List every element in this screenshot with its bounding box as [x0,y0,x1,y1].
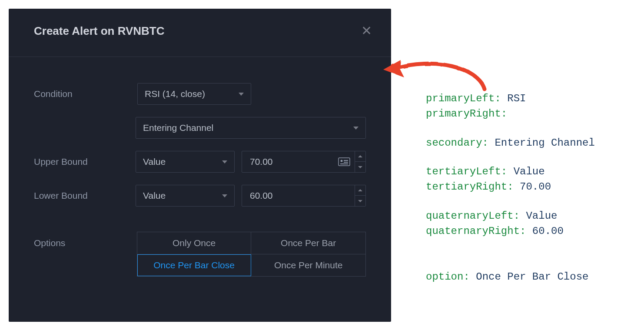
condition-primary-dropdown[interactable]: RSI (14, close) [137,83,251,105]
annotation-primary-right: primaryRight: [426,107,595,122]
annotation-tertiary-right: tertiaryRight: 70.00 [426,180,595,195]
dialog-header: Create Alert on RVNBTC ✕ [9,9,391,57]
upper-bound-increment[interactable] [355,151,365,162]
condition-secondary-row: Entering Channel [34,117,366,139]
annotation-key: tertiaryRight: [426,181,514,193]
annotation-primary-group: primaryLeft: RSI primaryRight: [426,91,595,122]
upper-bound-label: Upper Bound [34,157,136,167]
chevron-down-icon [239,93,244,96]
dialog-body: Condition RSI (14, close) Entering Chann… [9,57,391,302]
condition-secondary-value: Entering Channel [143,123,213,133]
lower-bound-decrement[interactable] [355,196,365,206]
svg-rect-2 [344,160,348,161]
option-once-per-bar[interactable]: Once Per Bar [251,232,365,254]
annotation-option-group: option: Once Per Bar Close [426,270,595,285]
upper-bound-type-dropdown[interactable]: Value [136,151,235,173]
chevron-down-icon [353,127,359,130]
svg-rect-4 [340,164,348,164]
annotation-key: primaryRight: [426,108,507,120]
annotation-tertiary-left: tertiaryLeft: Value [426,164,595,180]
svg-rect-3 [344,162,348,163]
annotation-tertiary-group: tertiaryLeft: Value tertiaryRight: 70.00 [426,164,595,195]
lower-bound-type-value: Value [143,190,166,201]
chevron-down-icon [358,166,362,168]
close-button[interactable]: ✕ [359,23,374,39]
annotation-value: Value [526,210,557,222]
lower-bound-row: Lower Bound Value 60.00 [34,185,366,207]
annotation-key: tertiaryLeft: [426,166,507,177]
annotation-key: quaternaryRight: [426,225,526,237]
annotation-secondary-group: secondary: Entering Channel [426,136,595,151]
upper-bound-value: 70.00 [250,152,273,171]
annotation-quaternary-right: quaternaryRight: 60.00 [426,224,595,239]
annotation-key: secondary: [426,137,488,149]
upper-bound-controls: Value 70.00 [136,151,366,173]
close-icon: ✕ [361,23,372,38]
lower-bound-increment[interactable] [355,185,365,196]
lower-bound-type-dropdown[interactable]: Value [136,185,235,207]
option-once-per-minute[interactable]: Once Per Minute [251,254,365,276]
create-alert-dialog: Create Alert on RVNBTC ✕ Condition RSI (… [9,9,391,322]
condition-secondary-dropdown[interactable]: Entering Channel [136,117,366,139]
upper-bound-value-input[interactable]: 70.00 [242,151,366,173]
options-row: Options Only Once Once Per Bar Once Per … [34,232,366,277]
upper-bound-row: Upper Bound Value 70.00 [34,151,366,173]
annotation-quaternary-group: quaternaryLeft: Value quaternaryRight: 6… [426,209,595,239]
lower-bound-right [355,185,365,206]
annotation-panel: primaryLeft: RSI primaryRight: secondary… [426,91,595,284]
annotation-quaternary-left: quaternaryLeft: Value [426,209,595,224]
option-once-per-bar-close[interactable]: Once Per Bar Close [137,254,252,276]
condition-controls: RSI (14, close) [137,83,366,105]
annotation-key: primaryLeft: [426,93,501,104]
condition-row: Condition RSI (14, close) [34,83,366,105]
upper-bound-type-value: Value [143,157,166,167]
chevron-up-icon [358,189,362,191]
annotation-key: option: [426,271,470,283]
condition-secondary-controls: Entering Channel [136,117,366,139]
options-label: Options [34,232,137,248]
lower-bound-controls: Value 60.00 [136,185,366,207]
lower-bound-spinner [355,185,365,206]
chevron-down-icon [222,160,227,164]
svg-point-1 [341,160,343,162]
lower-bound-label: Lower Bound [34,190,136,201]
annotation-key: quaternaryLeft: [426,210,520,222]
dialog-title: Create Alert on RVNBTC [34,24,165,38]
annotation-value: Entering Channel [495,137,594,149]
annotation-value: Value [514,166,545,177]
card-icon [338,157,350,166]
condition-label: Condition [34,89,137,99]
upper-bound-right [338,151,365,172]
options-grid: Only Once Once Per Bar Once Per Bar Clos… [137,232,366,277]
annotation-value: Once Per Bar Close [476,271,588,283]
lower-bound-value: 60.00 [250,186,273,205]
annotation-value: 70.00 [520,181,551,193]
condition-primary-value: RSI (14, close) [145,89,205,99]
chevron-down-icon [358,200,362,202]
annotation-arrow-icon [378,48,491,96]
annotation-option: option: Once Per Bar Close [426,270,595,285]
annotation-value: 60.00 [532,225,564,237]
chevron-down-icon [222,194,227,197]
annotation-value: RSI [507,93,526,104]
annotation-primary-left: primaryLeft: RSI [426,91,595,107]
lower-bound-value-input[interactable]: 60.00 [242,185,366,207]
upper-bound-spinner [355,151,365,172]
chevron-up-icon [358,155,362,157]
upper-bound-decrement[interactable] [355,162,365,172]
annotation-secondary: secondary: Entering Channel [426,136,595,151]
option-only-once[interactable]: Only Once [137,232,252,254]
